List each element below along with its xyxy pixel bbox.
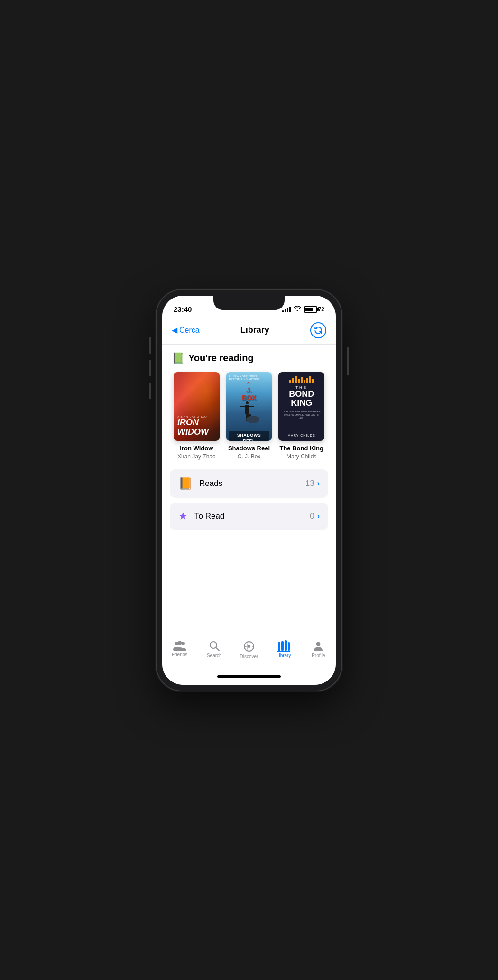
tab-search-label: Search	[207, 653, 222, 658]
to-read-icon: ★	[178, 510, 188, 523]
svg-line-15	[216, 647, 219, 651]
svg-rect-22	[277, 651, 290, 652]
book-author-shadows-reel: C. J. Box	[238, 453, 261, 460]
battery-icon: 72	[304, 306, 324, 313]
signal-icon	[282, 307, 291, 312]
book-cover-shadows-reel: #1 NEW YORK TIMES BESTSELLING AUTHOR C. …	[226, 372, 272, 441]
book-title-shadows-reel: Shadows Reel	[228, 445, 270, 452]
book-title-iron-widow: Iron Widow	[180, 445, 213, 452]
svg-rect-18	[278, 642, 280, 651]
to-read-chevron-icon: ›	[317, 512, 320, 521]
book-item-shadows-reel[interactable]: #1 NEW YORK TIMES BESTSELLING AUTHOR C. …	[226, 372, 272, 460]
svg-rect-1	[245, 405, 249, 414]
back-chevron-icon: ◀	[172, 326, 177, 335]
status-time: 23:40	[174, 305, 192, 313]
to-read-list-item[interactable]: ★ To Read 0 ›	[170, 503, 328, 530]
home-indicator	[162, 669, 336, 685]
shadows-tag: #1 NEW YORK TIMES BESTSELLING AUTHOR	[229, 375, 269, 381]
reads-icon: 📙	[178, 477, 193, 490]
friends-icon	[173, 640, 186, 651]
nav-header: ◀ Cerca Library	[162, 319, 336, 345]
reads-label: Reads	[199, 479, 305, 488]
tab-library-label: Library	[277, 653, 291, 658]
search-icon	[209, 640, 220, 652]
reads-chevron-icon: ›	[317, 479, 320, 488]
reading-section: 📗 You're reading XIRAN JAY ZHAO IRONWIDO…	[162, 345, 336, 464]
bond-cover-subtitle: HOW ONE MAN MADE A MARKET, BUILT AN EMPI…	[281, 410, 322, 420]
tab-discover-label: Discover	[240, 654, 258, 659]
shadows-cover-author: J.BOX	[229, 386, 269, 401]
section-title: You're reading	[188, 353, 254, 364]
book-author-iron-widow: Xiran Jay Zhao	[177, 453, 216, 460]
tab-profile-label: Profile	[312, 653, 325, 658]
battery-percent: 72	[318, 306, 324, 313]
sync-button[interactable]	[310, 322, 326, 338]
section-header: 📗 You're reading	[172, 352, 326, 364]
svg-rect-7	[257, 417, 259, 418]
bond-bars-icon	[289, 376, 314, 383]
tab-friends[interactable]: Friends	[166, 640, 194, 657]
svg-rect-21	[288, 642, 290, 651]
bond-cover-author: MARY CHILDS	[287, 434, 315, 437]
back-button[interactable]: ◀ Cerca	[172, 326, 200, 335]
svg-point-10	[177, 641, 182, 645]
bond-cover-title: BONDKING	[289, 390, 314, 409]
home-bar	[217, 675, 281, 678]
tab-friends-label: Friends	[172, 652, 187, 657]
tab-profile[interactable]: Profile	[304, 640, 332, 658]
book-cover-iron-widow: XIRAN JAY ZHAO IRONWIDOW	[174, 372, 220, 441]
book-title-bond-king: The Bond King	[279, 445, 323, 452]
svg-point-23	[316, 642, 321, 646]
tab-discover[interactable]: Discover	[235, 640, 263, 659]
tab-library[interactable]: Library	[269, 640, 298, 658]
book-item-iron-widow[interactable]: XIRAN JAY ZHAO IRONWIDOW Iron Widow Xira…	[174, 372, 220, 460]
back-label: Cerca	[179, 326, 200, 335]
shadows-silhouette	[229, 401, 269, 430]
to-read-count: 0	[310, 512, 314, 521]
status-icons: 72	[282, 306, 324, 313]
profile-icon	[313, 640, 324, 652]
reads-list-item[interactable]: 📙 Reads 13 ›	[170, 469, 328, 498]
book-item-bond-king[interactable]: THE BONDKING HOW ONE MAN MADE A MARKET, …	[278, 372, 324, 460]
svg-rect-0	[246, 401, 249, 404]
svg-rect-3	[249, 406, 254, 407]
wifi-icon	[294, 306, 301, 313]
shadows-cover-cj: C.	[229, 381, 269, 385]
library-icon	[277, 640, 290, 652]
main-content: 📗 You're reading XIRAN JAY ZHAO IRONWIDO…	[162, 345, 336, 636]
reading-icon: 📗	[172, 352, 184, 364]
reads-count: 13	[305, 479, 314, 488]
svg-rect-19	[281, 641, 284, 651]
discover-icon	[243, 640, 255, 653]
tab-bar: Friends Search Discover	[162, 636, 336, 669]
list-section: 📙 Reads 13 › ★ To Read 0 ›	[162, 464, 336, 536]
to-read-label: To Read	[194, 512, 310, 521]
shadows-cover-title: SHADOWS REEL	[232, 433, 267, 441]
svg-rect-20	[285, 640, 287, 651]
svg-rect-2	[240, 406, 245, 407]
book-author-bond-king: Mary Childs	[286, 453, 316, 460]
books-grid: XIRAN JAY ZHAO IRONWIDOW Iron Widow Xira…	[172, 372, 326, 460]
page-title: Library	[240, 325, 269, 335]
iron-widow-cover-title: IRONWIDOW	[177, 418, 216, 437]
book-cover-bond-king: THE BONDKING HOW ONE MAN MADE A MARKET, …	[278, 372, 324, 441]
tab-search[interactable]: Search	[200, 640, 229, 658]
